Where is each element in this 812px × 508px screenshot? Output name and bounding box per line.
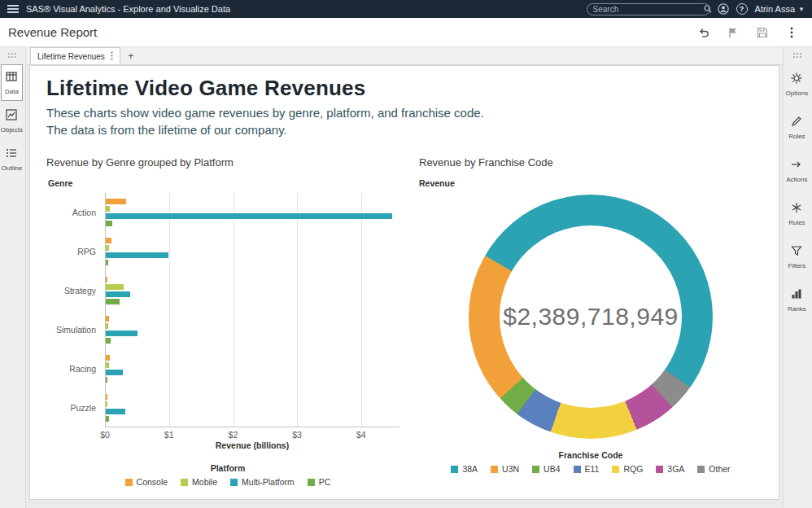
page-subtitle: These charts show video game revenues by… (46, 105, 762, 138)
bar-group-racing: Racing (106, 349, 399, 388)
legend-item-console[interactable]: Console (125, 477, 168, 487)
legend-label: 3GA (667, 464, 684, 474)
rail-item-options[interactable]: Options (787, 65, 807, 103)
bar-mobile-strategy[interactable] (106, 284, 124, 290)
actions-icon (790, 158, 803, 174)
legend-label: E11 (585, 464, 600, 474)
chevron-down-icon: ▼ (798, 6, 805, 13)
bar-mobile-simulation[interactable] (106, 323, 108, 329)
report-title: Revenue Report (8, 25, 97, 39)
rail-item-label: Actions (786, 176, 807, 183)
subtitle-line-1: These charts show video game revenues by… (46, 105, 762, 122)
x-axis-ticks: $0$1$2$3$4 (105, 427, 399, 440)
search-input[interactable] (593, 5, 701, 14)
bar-console-action[interactable] (106, 199, 126, 204)
donut-chart-title: Revenue by Franchise Code (419, 156, 762, 169)
legend-item-pc[interactable]: PC (308, 477, 331, 487)
menu-icon[interactable] (7, 5, 19, 13)
legend-label: RQG (623, 464, 643, 474)
rail-item-rules[interactable]: Rules (787, 195, 807, 233)
x-tick-label: $2 (229, 430, 238, 440)
bar-mobile-rpg[interactable] (106, 245, 109, 251)
bar-console-racing[interactable] (106, 355, 110, 361)
bar-console-strategy[interactable] (106, 277, 107, 282)
user-account-icon[interactable] (718, 3, 729, 15)
redo-flag-button[interactable] (726, 25, 740, 40)
x-tick-label: $0 (100, 430, 110, 440)
bar-plot-area: ActionRPGStrategySimulationRacingPuzzle (105, 193, 399, 427)
bar-multi-platform-puzzle[interactable] (106, 409, 125, 414)
bar-pc-puzzle[interactable] (106, 416, 109, 422)
bar-pc-simulation[interactable] (106, 338, 111, 344)
bar-multi-platform-strategy[interactable] (106, 291, 130, 297)
legend-label: 38A (462, 464, 478, 474)
application-bar: SAS® Visual Analytics - Explore and Visu… (0, 0, 812, 18)
legend-item-38a[interactable]: 38A (451, 464, 478, 474)
bar-multi-platform-simulation[interactable] (106, 331, 138, 336)
undo-button[interactable] (696, 25, 711, 40)
bar-pc-rpg[interactable] (106, 260, 108, 265)
legend-item-mobile[interactable]: Mobile (181, 477, 217, 487)
rail-item-data[interactable]: Data (2, 65, 22, 100)
category-label: RPG (41, 247, 96, 256)
legend-swatch (308, 479, 315, 486)
app-window: SAS® Visual Analytics - Explore and Visu… (0, 0, 812, 508)
rail-item-roles[interactable]: Roles (787, 108, 807, 147)
drag-grip-icon[interactable] (8, 53, 18, 59)
bar-pc-action[interactable] (106, 221, 112, 226)
donut-chart-legend: Franchise Code 38AU3NUB4E11RQG3GAOther (451, 450, 730, 474)
bar-group-strategy: Strategy (106, 271, 399, 310)
options-icon (790, 72, 803, 88)
bar-pc-racing[interactable] (106, 377, 107, 383)
legend-item-multi-platform[interactable]: Multi-Platform (230, 477, 295, 487)
rail-item-objects[interactable]: Objects (2, 103, 22, 138)
bar-multi-platform-rpg[interactable] (106, 252, 168, 258)
tab-lifetime-revenues[interactable]: Lifetime Revenues (30, 47, 120, 64)
ranks-icon (790, 287, 803, 304)
rail-item-actions[interactable]: Actions (787, 151, 807, 190)
page-title: Lifetime Video Game Revenues (46, 76, 762, 101)
legend-item-ub4[interactable]: UB4 (532, 464, 560, 474)
legend-label: U3N (502, 464, 519, 474)
application-title: SAS® Visual Analytics - Explore and Visu… (26, 4, 230, 14)
legend-item-e11[interactable]: E11 (574, 464, 600, 474)
legend-item-u3n[interactable]: U3N (491, 464, 519, 474)
more-options-kebab-icon[interactable] (784, 25, 799, 40)
drag-grip-icon[interactable] (793, 53, 803, 59)
legend-item-other[interactable]: Other (697, 464, 730, 474)
legend-item-rqg[interactable]: RQG (612, 464, 643, 474)
bar-chart-legend: Platform ConsoleMobileMulti-PlatformPC (46, 463, 409, 487)
rail-item-ranks[interactable]: Ranks (787, 281, 807, 319)
bar-pc-strategy[interactable] (106, 299, 120, 304)
legend-swatch (574, 466, 581, 473)
rail-item-outline[interactable]: Outline (2, 142, 22, 177)
search-box[interactable] (587, 3, 710, 15)
user-name: Atrin Assa (755, 4, 796, 14)
bar-mobile-racing[interactable] (106, 362, 109, 368)
legend-title: Platform (211, 463, 246, 473)
bar-multi-platform-action[interactable] (106, 213, 392, 219)
bar-mobile-action[interactable] (106, 206, 110, 212)
bar-console-rpg[interactable] (106, 238, 111, 243)
help-icon[interactable]: ? (736, 3, 748, 15)
rail-item-label: Filters (788, 262, 805, 269)
bar-multi-platform-racing[interactable] (106, 370, 123, 375)
search-icon[interactable] (704, 2, 712, 16)
bar-console-simulation[interactable] (106, 316, 109, 322)
user-menu[interactable]: Atrin Assa ▼ (755, 4, 805, 14)
bar-chart-title: Revenue by Genre grouped by Platform (46, 156, 409, 169)
bar-console-puzzle[interactable] (106, 394, 107, 400)
y-axis-label: Genre (48, 178, 409, 188)
legend-swatch (451, 466, 458, 473)
add-page-button[interactable]: + (120, 47, 142, 64)
donut-measure-label: Revenue (419, 178, 762, 188)
category-label: Racing (41, 364, 96, 374)
bar-mobile-puzzle[interactable] (106, 401, 107, 407)
save-button[interactable] (755, 25, 770, 40)
legend-item-3ga[interactable]: 3GA (656, 464, 684, 474)
rail-item-filters[interactable]: Filters (787, 238, 807, 276)
legend-swatch (612, 466, 619, 473)
bar-chart-panel: Revenue by Genre grouped by Platform Gen… (46, 156, 409, 487)
tab-menu-kebab-icon[interactable] (111, 51, 113, 62)
rail-item-label: Objects (1, 126, 23, 134)
